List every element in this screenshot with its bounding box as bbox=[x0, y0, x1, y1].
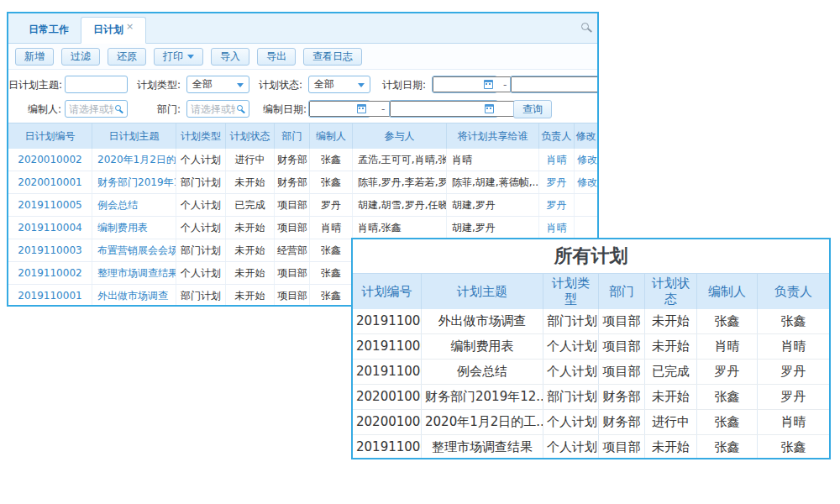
create-date-label: 编制日期: bbox=[253, 100, 307, 118]
cell-edit-link[interactable]: 修改 bbox=[575, 171, 597, 193]
col-owner[interactable]: 负责人 bbox=[539, 123, 575, 149]
plan-status-value: 全部 bbox=[314, 78, 334, 90]
cell-owner-link[interactable]: 肖晴 bbox=[539, 217, 575, 239]
search-icon[interactable] bbox=[237, 105, 243, 111]
cell-plan-subject[interactable]: 整理市场调查结果 bbox=[92, 262, 176, 284]
cell-dept: 项目部 bbox=[275, 285, 310, 307]
cell-owner: 张鑫 bbox=[758, 435, 829, 459]
cell-plan-id: 2020010002 bbox=[353, 410, 422, 434]
col-plan-status[interactable]: 计划状态 bbox=[226, 123, 275, 149]
cell-owner: 张鑫 bbox=[758, 309, 829, 333]
cell-edit-link[interactable] bbox=[575, 217, 597, 239]
cell-dept: 财务部 bbox=[275, 149, 310, 171]
query-button[interactable]: 查询 bbox=[513, 100, 552, 118]
search-icon[interactable] bbox=[115, 105, 121, 111]
cell-dept: 经营部 bbox=[275, 239, 310, 261]
cell-creator: 张鑫 bbox=[310, 171, 353, 193]
plan-type-select[interactable]: 全部 bbox=[186, 76, 249, 93]
plan-status-select[interactable]: 全部 bbox=[308, 76, 370, 93]
col-shared-with[interactable]: 将计划共享给谁 bbox=[447, 123, 539, 149]
table-row: 2019110004 编制费用表 个人计划 项目部 未开始 肖晴 肖晴 bbox=[353, 334, 829, 360]
tab-daily-plan-label: 日计划 bbox=[93, 24, 123, 35]
restore-button[interactable]: 还原 bbox=[108, 48, 146, 66]
tab-daily-plan[interactable]: 日计划× bbox=[81, 17, 146, 44]
cell-plan-subject[interactable]: 编制费用表 bbox=[92, 217, 176, 239]
cell-plan-subject: 财务部门2019年12... bbox=[422, 385, 543, 409]
filter-button[interactable]: 过滤 bbox=[61, 48, 100, 66]
cell-owner-link[interactable]: 罗丹 bbox=[539, 171, 575, 193]
col-plan-subject[interactable]: 日计划主题 bbox=[92, 123, 176, 149]
cell-plan-type: 个人计划 bbox=[543, 410, 599, 434]
col-plan-id[interactable]: 日计划编号 bbox=[8, 123, 92, 149]
cell-plan-status: 未开始 bbox=[226, 262, 275, 284]
cell-plan-id[interactable]: 2019110003 bbox=[8, 239, 92, 261]
cell-dept: 项目部 bbox=[275, 262, 310, 284]
plan-date-end bbox=[510, 76, 599, 93]
cell-plan-subject[interactable]: 布置营销展会会场 bbox=[92, 239, 176, 261]
col-dept: 部门 bbox=[599, 274, 645, 309]
chevron-down-icon bbox=[358, 83, 365, 87]
cell-plan-id: 2019110001 bbox=[353, 309, 422, 333]
cell-plan-subject: 编制费用表 bbox=[422, 334, 543, 359]
col-plan-type: 计划类型 bbox=[543, 274, 599, 309]
cell-creator: 张鑫 bbox=[697, 309, 758, 333]
cell-plan-id[interactable]: 2020010001 bbox=[8, 171, 92, 193]
calendar-icon[interactable] bbox=[357, 104, 366, 113]
all-plans-panel: 所有计划 计划编号 计划主题 计划类型 部门 计划状态 编制人 负责人 2019… bbox=[351, 238, 831, 459]
cell-participants: 胡建,胡雪,罗丹,任晓... bbox=[353, 194, 447, 216]
tab-daily-work[interactable]: 日常工作 bbox=[17, 18, 81, 43]
print-button-label: 打印 bbox=[163, 50, 183, 62]
cell-creator: 肖晴 bbox=[697, 334, 758, 359]
cell-plan-type: 个人计划 bbox=[176, 217, 226, 239]
calendar-icon[interactable] bbox=[485, 104, 494, 113]
cell-edit-link[interactable] bbox=[575, 194, 597, 216]
cell-plan-id[interactable]: 2019110004 bbox=[8, 217, 92, 239]
cell-plan-status: 已完成 bbox=[226, 194, 275, 216]
toolbar: 新增 过滤 还原 打印 导入 导出 查看日志 bbox=[8, 44, 597, 69]
cell-plan-subject[interactable]: 财务部门2019年12月的... bbox=[92, 171, 176, 193]
col-participants[interactable]: 参与人 bbox=[353, 123, 447, 149]
date-range-separator: - bbox=[503, 76, 507, 94]
plan-date-end-input[interactable] bbox=[511, 76, 599, 92]
creator-field bbox=[65, 100, 128, 118]
quick-search-icon[interactable] bbox=[581, 23, 589, 30]
all-plans-title: 所有计划 bbox=[353, 239, 829, 273]
col-creator[interactable]: 编制人 bbox=[310, 123, 353, 149]
table-row[interactable]: 2019110004 编制费用表 个人计划 未开始 项目部 肖晴 肖晴,张鑫 胡… bbox=[8, 217, 597, 239]
filter-area: 日计划主题: 计划类型: 全部 计划状态: 全部 计划日期: - 编制人: 部门… bbox=[8, 69, 597, 123]
tab-bar: 日常工作 日计划× bbox=[8, 13, 597, 44]
cell-plan-id[interactable]: 2020010002 bbox=[8, 149, 92, 171]
add-button[interactable]: 新增 bbox=[15, 48, 54, 66]
print-button[interactable]: 打印 bbox=[154, 48, 203, 66]
tab-close-icon[interactable]: × bbox=[126, 21, 134, 32]
cell-plan-id[interactable]: 2019110001 bbox=[8, 285, 92, 307]
cell-plan-id[interactable]: 2019110005 bbox=[8, 194, 92, 216]
import-button[interactable]: 导入 bbox=[211, 48, 249, 66]
cell-plan-subject[interactable]: 外出做市场调查 bbox=[92, 285, 176, 307]
table-row[interactable]: 2020010001 财务部门2019年12月的... 部门计划 未开始 财务部… bbox=[8, 171, 597, 194]
cell-plan-id[interactable]: 2019110002 bbox=[8, 262, 92, 284]
calendar-icon[interactable] bbox=[484, 80, 493, 89]
col-plan-type[interactable]: 计划类型 bbox=[176, 123, 226, 149]
cell-plan-subject[interactable]: 2020年1月2日的工作日... bbox=[92, 149, 176, 171]
cell-plan-status: 已完成 bbox=[645, 360, 697, 384]
cell-creator: 张鑫 bbox=[697, 435, 758, 459]
view-log-button[interactable]: 查看日志 bbox=[303, 48, 362, 66]
col-edit[interactable]: 修改 bbox=[575, 123, 597, 149]
cell-plan-subject[interactable]: 例会总结 bbox=[92, 194, 176, 216]
col-dept[interactable]: 部门 bbox=[275, 123, 310, 149]
cell-owner-link[interactable]: 肖晴 bbox=[539, 149, 575, 171]
table-row: 2020010001 财务部门2019年12... 部门计划 财务部 未开始 张… bbox=[353, 385, 829, 410]
cell-plan-status: 未开始 bbox=[226, 217, 275, 239]
export-button[interactable]: 导出 bbox=[257, 48, 296, 66]
cell-dept: 项目部 bbox=[599, 360, 645, 384]
cell-participants: 肖晴,张鑫 bbox=[353, 217, 447, 239]
plan-date-label: 计划日期: bbox=[374, 76, 426, 94]
dept-field bbox=[186, 100, 249, 118]
cell-edit-link[interactable]: 修改 bbox=[575, 149, 597, 171]
cell-owner-link[interactable]: 罗丹 bbox=[539, 194, 575, 216]
table-row[interactable]: 2019110005 例会总结 个人计划 已完成 项目部 罗丹 胡建,胡雪,罗丹… bbox=[8, 194, 597, 217]
cell-plan-status: 未开始 bbox=[645, 309, 697, 333]
subject-input[interactable] bbox=[66, 76, 127, 92]
table-row[interactable]: 2020010002 2020年1月2日的工作日... 个人计划 进行中 财务部… bbox=[8, 149, 597, 171]
